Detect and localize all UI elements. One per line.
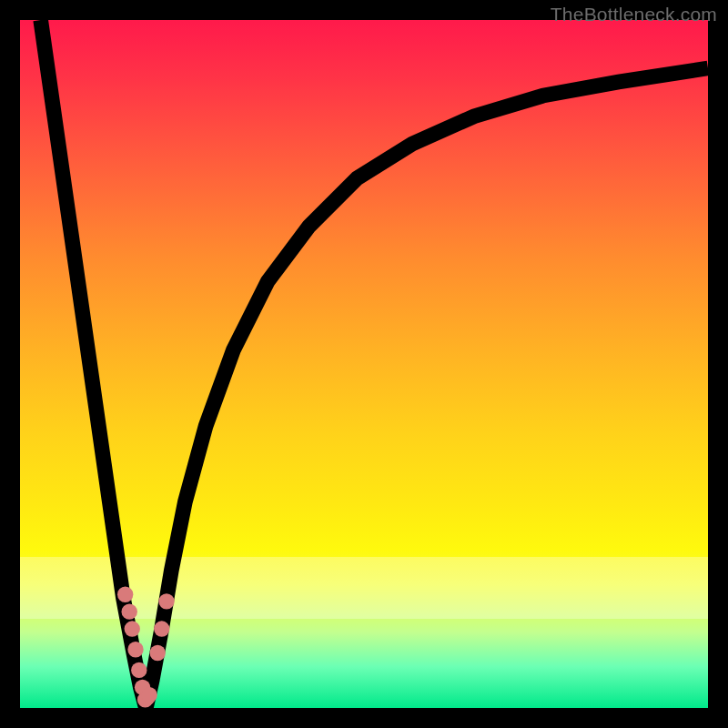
watermark-text: TheBottleneck.com <box>551 4 717 25</box>
chart-frame: TheBottleneck.com <box>0 0 728 728</box>
curve-right-branch <box>146 68 708 708</box>
curve-layer <box>20 20 708 708</box>
data-marker <box>158 593 174 609</box>
data-marker <box>122 603 137 619</box>
data-marker <box>131 662 147 678</box>
plot-area <box>20 20 708 708</box>
data-marker <box>117 587 133 602</box>
data-marker <box>141 687 157 703</box>
data-marker <box>125 621 140 636</box>
data-marker <box>127 642 143 657</box>
data-marker <box>154 621 169 636</box>
data-marker <box>150 645 166 661</box>
